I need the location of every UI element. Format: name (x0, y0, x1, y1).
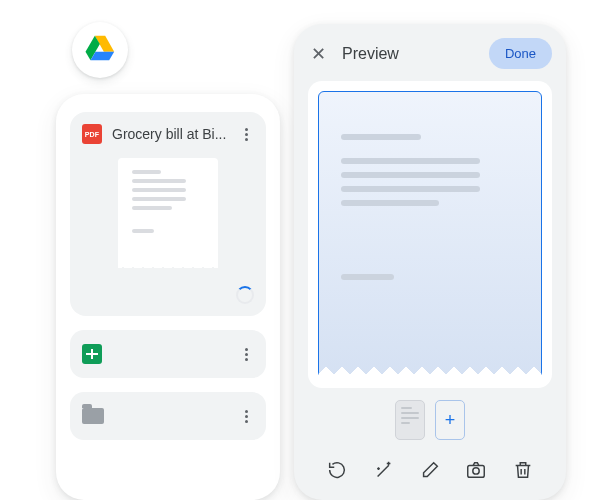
delete-button[interactable] (509, 458, 537, 486)
loading-spinner-icon (236, 286, 254, 304)
auto-enhance-button[interactable] (370, 458, 398, 486)
google-drive-logo (72, 22, 128, 78)
file-card[interactable]: PDF Grocery bill at Bi... (70, 112, 266, 316)
sheets-icon (82, 344, 102, 364)
file-title: Grocery bill at Bi... (112, 126, 228, 142)
erase-button[interactable] (416, 458, 444, 486)
pdf-icon: PDF (82, 124, 102, 144)
plus-icon: + (445, 410, 456, 431)
file-card-footer (82, 286, 254, 304)
svg-point-1 (473, 468, 479, 474)
preview-page[interactable] (318, 91, 542, 378)
eraser-icon (419, 459, 441, 485)
close-icon: ✕ (311, 43, 326, 65)
retake-button[interactable] (462, 458, 490, 486)
more-options-button[interactable] (238, 348, 254, 361)
preview-canvas (308, 81, 552, 388)
drive-file-list-panel: PDF Grocery bill at Bi... (56, 94, 280, 500)
trash-icon (512, 459, 534, 485)
camera-icon (465, 459, 487, 485)
preview-title: Preview (342, 45, 475, 63)
file-row-sheets[interactable] (70, 330, 266, 378)
magic-wand-icon (373, 459, 395, 485)
rotate-icon (326, 459, 348, 485)
rotate-button[interactable] (323, 458, 351, 486)
page-thumbnail[interactable] (395, 400, 425, 440)
more-options-button[interactable] (238, 128, 254, 141)
more-options-button[interactable] (238, 410, 254, 423)
file-card-header: PDF Grocery bill at Bi... (82, 124, 254, 144)
page-thumbnail-strip: + (308, 400, 552, 440)
close-button[interactable]: ✕ (308, 44, 328, 64)
file-row-folder[interactable] (70, 392, 266, 440)
done-button[interactable]: Done (489, 38, 552, 69)
preview-header: ✕ Preview Done (308, 38, 552, 69)
drive-icon (85, 35, 115, 65)
folder-icon (82, 408, 104, 424)
preview-toolbar (308, 448, 552, 500)
file-thumbnail (118, 158, 218, 268)
scan-preview-panel: ✕ Preview Done + (294, 24, 566, 500)
add-page-button[interactable]: + (435, 400, 465, 440)
